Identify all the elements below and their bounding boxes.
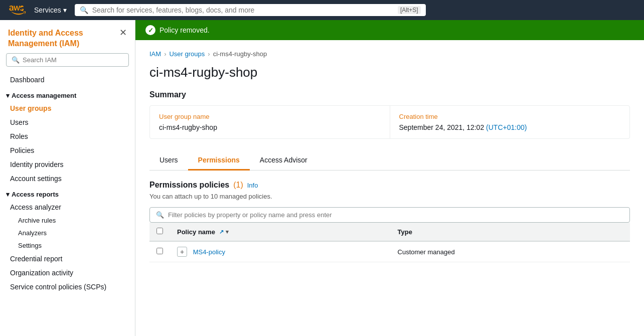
- sidebar-item-user-groups[interactable]: User groups: [0, 101, 135, 115]
- filter-input[interactable]: [168, 211, 623, 219]
- policies-info-link[interactable]: Info: [247, 182, 258, 189]
- main-layout: Identity and Access Management (IAM) ✕ 🔍…: [0, 20, 644, 336]
- policies-header: Permissions policies (1) Info: [149, 181, 630, 190]
- sidebar-access-management-header[interactable]: ▾ Access management: [0, 87, 135, 101]
- policies-title: Permissions policies: [149, 181, 229, 190]
- services-button[interactable]: Services ▾: [34, 6, 67, 14]
- breadcrumb: IAM › User groups › ci-ms4-rugby-shop: [149, 50, 630, 58]
- creation-time-label: Creation time: [399, 113, 621, 120]
- sidebar-item-credential-report[interactable]: Credential report: [0, 252, 135, 266]
- sidebar-item-identity-providers-label: Identity providers: [10, 160, 64, 169]
- sidebar-item-policies-label: Policies: [10, 146, 34, 154]
- policies-count: (1): [233, 181, 243, 190]
- policy-name-col-label: Policy name: [177, 228, 215, 236]
- row-checkbox-cell: [149, 241, 170, 262]
- policies-table: Policy name ↗ ▾ Type: [149, 223, 630, 262]
- sidebar-item-scp[interactable]: Service control policies (SCPs): [0, 280, 135, 294]
- access-reports-label: Access reports: [12, 191, 59, 198]
- expand-button[interactable]: +: [177, 247, 187, 257]
- sidebar-item-roles[interactable]: Roles: [0, 129, 135, 143]
- tab-permissions[interactable]: Permissions: [188, 151, 250, 171]
- sidebar-item-roles-label: Roles: [10, 132, 28, 140]
- th-checkbox: [149, 223, 170, 241]
- external-link-icon: ↗: [219, 229, 224, 235]
- breadcrumb-user-groups[interactable]: User groups: [169, 50, 205, 58]
- main-content: Policy removed. IAM › User groups › ci-m…: [135, 20, 644, 336]
- filter-search-icon: 🔍: [156, 211, 164, 219]
- sidebar-item-org-activity[interactable]: Organization activity: [0, 266, 135, 280]
- policy-name-header: Policy name ↗ ▾: [177, 228, 384, 236]
- th-policy-name: Policy name ↗ ▾: [170, 223, 391, 241]
- breadcrumb-current: ci-ms4-rugby-shop: [213, 50, 267, 58]
- creation-time-value: September 24, 2021, 12:02 (UTC+01:00): [399, 123, 621, 131]
- sidebar-item-analyzers[interactable]: Analyzers: [0, 227, 135, 239]
- sidebar-item-settings[interactable]: Settings: [0, 239, 135, 252]
- sidebar-search-wrapper: 🔍: [6, 53, 129, 67]
- banner-message: Policy removed.: [159, 26, 210, 34]
- sidebar-item-archive-rules-label: Archive rules: [18, 217, 56, 224]
- summary-heading: Summary: [149, 90, 630, 99]
- sidebar-item-identity-providers[interactable]: Identity providers: [0, 157, 135, 172]
- sidebar-item-policies[interactable]: Policies: [0, 143, 135, 157]
- success-banner: Policy removed.: [135, 20, 644, 40]
- summary-cell-creation-time: Creation time September 24, 2021, 12:02 …: [390, 106, 630, 138]
- page-body: IAM › User groups › ci-ms4-rugby-shop ci…: [135, 40, 644, 336]
- sidebar-item-access-analyzer-label: Access analyzer: [10, 203, 61, 211]
- sidebar-item-dashboard-label: Dashboard: [10, 76, 45, 84]
- breadcrumb-iam[interactable]: IAM: [149, 50, 161, 58]
- page-title: ci-ms4-rugby-shop: [149, 65, 630, 80]
- policies-sub: You can attach up to 10 managed policies…: [149, 193, 630, 200]
- sidebar-item-access-analyzer[interactable]: Access analyzer: [0, 200, 135, 214]
- select-all-checkbox[interactable]: [156, 228, 163, 234]
- tab-users[interactable]: Users: [149, 151, 188, 171]
- chevron-down-icon: ▾: [6, 92, 10, 99]
- creation-time-text: September 24, 2021, 12:02: [399, 123, 487, 131]
- tab-access-advisor[interactable]: Access Advisor: [250, 151, 317, 171]
- filter-input-wrapper: 🔍: [149, 207, 630, 223]
- sidebar-item-scp-label: Service control policies (SCPs): [10, 283, 106, 291]
- sidebar-item-dashboard[interactable]: Dashboard: [0, 73, 135, 87]
- access-reports-chevron-icon: ▾: [6, 191, 10, 198]
- summary-cell-group-name: User group name ci-ms4-rugby-shop: [150, 106, 390, 138]
- sidebar-search-input[interactable]: [23, 56, 123, 64]
- sidebar-item-account-settings-label: Account settings: [10, 175, 62, 183]
- table-header-row: Policy name ↗ ▾ Type: [149, 223, 630, 241]
- access-management-label: Access management: [12, 92, 76, 99]
- sidebar-item-user-groups-label: User groups: [10, 104, 51, 112]
- sidebar-item-archive-rules[interactable]: Archive rules: [0, 214, 135, 227]
- breadcrumb-sep-1: ›: [164, 50, 166, 58]
- policy-name-link[interactable]: MS4-policy: [193, 248, 225, 256]
- global-search-input[interactable]: [92, 6, 394, 14]
- sidebar-item-org-activity-label: Organization activity: [10, 269, 73, 277]
- tabs: Users Permissions Access Advisor: [149, 151, 630, 171]
- services-chevron-icon: ▾: [63, 6, 67, 14]
- table-row: + MS4-policy Customer managed: [149, 241, 630, 262]
- row-type-cell: Customer managed: [391, 241, 630, 262]
- th-type: Type: [391, 223, 630, 241]
- sidebar-item-account-settings[interactable]: Account settings: [0, 172, 135, 186]
- summary-table: User group name ci-ms4-rugby-shop Creati…: [149, 105, 630, 139]
- sidebar-access-reports-header[interactable]: ▾ Access reports: [0, 186, 135, 200]
- success-icon: [145, 25, 155, 35]
- global-search-bar: 🔍 [Alt+S]: [75, 4, 426, 16]
- sidebar-item-settings-label: Settings: [18, 242, 42, 249]
- sidebar-header: Identity and Access Management (IAM) ✕: [0, 20, 135, 53]
- sidebar-title: Identity and Access Management (IAM): [8, 28, 119, 49]
- top-nav: Services ▾ 🔍 [Alt+S]: [0, 0, 644, 20]
- creation-time-tz-link[interactable]: (UTC+01:00): [486, 123, 527, 131]
- breadcrumb-sep-2: ›: [208, 50, 210, 58]
- search-icon: 🔍: [80, 6, 88, 14]
- sort-icon[interactable]: ▾: [226, 229, 229, 235]
- sidebar-item-users-label: Users: [10, 118, 29, 126]
- permissions-section: Permissions policies (1) Info You can at…: [149, 181, 630, 262]
- sidebar-search-icon: 🔍: [12, 56, 20, 64]
- sidebar-close-button[interactable]: ✕: [119, 28, 127, 37]
- group-name-label: User group name: [159, 113, 381, 120]
- row-policy-name-cell: + MS4-policy: [170, 241, 391, 262]
- group-name-value: ci-ms4-rugby-shop: [159, 123, 381, 131]
- row-checkbox[interactable]: [156, 248, 163, 254]
- sidebar-item-analyzers-label: Analyzers: [18, 229, 47, 237]
- sidebar-item-users[interactable]: Users: [0, 115, 135, 129]
- search-shortcut: [Alt+S]: [398, 6, 421, 14]
- summary-section: Summary User group name ci-ms4-rugby-sho…: [149, 90, 630, 139]
